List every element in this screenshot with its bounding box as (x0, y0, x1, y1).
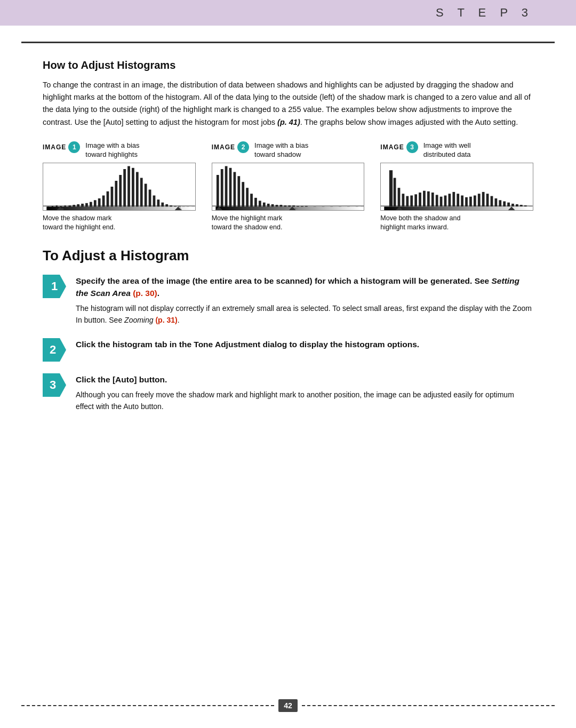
image-caption-2: Image with a biastoward shadow (254, 141, 308, 159)
image-word-3: IMAGE (380, 143, 404, 151)
svg-rect-16 (111, 187, 114, 208)
step-main-text-2: Click the histogram tab in the Tone Adju… (76, 338, 419, 350)
step-sub-text-3: Although you can freely move the shadow … (76, 389, 533, 413)
svg-rect-15 (107, 191, 109, 207)
svg-rect-13 (98, 198, 101, 208)
svg-rect-69 (215, 206, 361, 210)
svg-rect-17 (115, 181, 117, 208)
svg-rect-49 (250, 194, 253, 207)
svg-text:△←: △← (290, 206, 298, 210)
histogram-examples-row: IMAGE 1 Image with a biastoward highligh… (43, 141, 533, 233)
image-badge-2: IMAGE 2 (212, 141, 249, 153)
histo-caption-2: Move the highlight marktoward the shadow… (212, 214, 365, 233)
step-label: S T E P 3 (436, 6, 533, 20)
step-sub-text-1: The histogram will not display correctly… (76, 302, 533, 326)
histo-box-1: →▲ △ (43, 163, 196, 211)
svg-rect-46 (237, 176, 240, 207)
svg-text:1: 1 (51, 279, 58, 293)
svg-rect-43 (225, 166, 227, 207)
section-heading-1: How to Adjust Histograms (43, 59, 533, 71)
image-badge-3: IMAGE 3 (380, 141, 418, 153)
svg-rect-108 (385, 206, 530, 210)
svg-rect-26 (153, 195, 156, 207)
histogram-svg-3 (381, 163, 533, 210)
section-adjust-histograms: How to Adjust Histograms To change the c… (43, 59, 533, 129)
svg-rect-89 (449, 194, 451, 206)
svg-rect-41 (217, 175, 219, 208)
svg-rect-93 (465, 197, 468, 206)
svg-rect-84 (427, 191, 430, 206)
step-item-2: 2 Click the histogram tab in the Tone Ad… (43, 338, 533, 362)
svg-text:3: 3 (50, 378, 56, 391)
svg-rect-42 (220, 169, 223, 208)
svg-rect-47 (242, 182, 244, 207)
header-bar: S T E P 3 (0, 0, 576, 26)
badge-num-2: 2 (237, 141, 249, 153)
section-body-1: To change the contrast in an image, the … (43, 79, 533, 129)
step-main-text-3: Click the [Auto] button. (76, 373, 533, 386)
svg-rect-87 (440, 196, 443, 206)
step-item-3: 3 Click the [Auto] button. Although you … (43, 373, 533, 413)
svg-rect-20 (127, 166, 130, 207)
svg-rect-86 (436, 195, 438, 206)
svg-rect-96 (478, 194, 481, 206)
step-main-text-1: Specify the area of the image (the entir… (76, 275, 533, 300)
dash-line-right (302, 705, 555, 706)
svg-rect-35 (46, 206, 191, 210)
svg-rect-78 (402, 194, 405, 206)
svg-text:→▲: →▲ (55, 206, 65, 210)
histo-caption-1: Move the shadow marktoward the highlight… (43, 214, 196, 233)
svg-rect-44 (229, 167, 231, 207)
svg-rect-82 (419, 193, 422, 206)
histogram-svg-2: ▲ △← (212, 163, 364, 210)
svg-text:2: 2 (50, 343, 56, 356)
histogram-item-1: IMAGE 1 Image with a biastoward highligh… (43, 141, 196, 233)
svg-rect-103 (508, 202, 510, 206)
svg-rect-79 (406, 196, 409, 206)
step-item-1: 1 Specify the area of the image (the ent… (43, 275, 533, 326)
svg-rect-98 (486, 194, 489, 206)
step-badge-2: 2 (43, 338, 66, 362)
step-content-1: Specify the area of the image (the entir… (76, 275, 533, 326)
svg-rect-14 (102, 195, 105, 207)
svg-rect-81 (415, 194, 418, 206)
histogram-svg-1: →▲ △ (43, 163, 195, 210)
svg-rect-50 (254, 197, 257, 207)
svg-rect-95 (474, 195, 476, 206)
svg-rect-83 (423, 190, 426, 206)
svg-rect-106 (520, 205, 523, 206)
svg-rect-91 (457, 194, 460, 206)
svg-rect-75 (389, 170, 393, 206)
svg-rect-24 (145, 183, 147, 207)
svg-rect-85 (431, 193, 434, 206)
image-word-2: IMAGE (212, 143, 235, 151)
svg-rect-76 (394, 178, 396, 206)
svg-rect-104 (511, 203, 514, 206)
page-number: 42 (278, 699, 298, 712)
bottom-bar: 42 (0, 699, 576, 712)
image-badge-1: IMAGE 1 (43, 141, 80, 153)
svg-rect-45 (233, 172, 236, 207)
svg-rect-100 (495, 198, 498, 206)
svg-rect-107 (524, 205, 527, 206)
histo-box-2: ▲ △← (212, 163, 365, 211)
image-word-1: IMAGE (43, 143, 66, 151)
svg-rect-88 (444, 195, 447, 206)
svg-rect-92 (461, 195, 464, 206)
histogram-item-3: IMAGE 3 Image with welldistributed data (380, 141, 533, 233)
step-content-2: Click the histogram tab in the Tone Adju… (76, 338, 419, 354)
svg-rect-23 (140, 178, 143, 207)
svg-rect-99 (491, 196, 493, 206)
svg-rect-77 (398, 188, 401, 206)
histogram-item-2: IMAGE 2 Image with a biastoward shadow (212, 141, 365, 233)
badge-num-1: 1 (68, 141, 80, 153)
dash-line-left (21, 705, 274, 706)
svg-rect-19 (123, 169, 126, 208)
section-title-bold: To Adjust a Histogram (43, 247, 533, 264)
main-content: How to Adjust Histograms To change the c… (0, 43, 576, 446)
svg-rect-90 (453, 191, 455, 206)
svg-rect-21 (132, 167, 134, 207)
svg-text:△: △ (178, 206, 182, 210)
svg-rect-97 (482, 191, 485, 206)
svg-rect-27 (157, 199, 160, 207)
